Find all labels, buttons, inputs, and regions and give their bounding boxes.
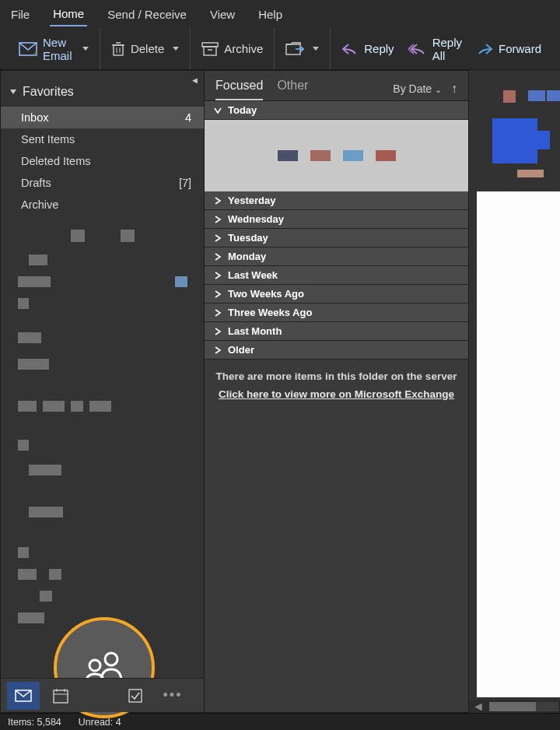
- tab-other[interactable]: Other: [277, 79, 308, 100]
- folder-label: Deleted Items: [21, 155, 90, 167]
- group-last-month[interactable]: Last Month: [205, 322, 468, 341]
- chevron-right-icon: [214, 107, 222, 114]
- group-label: Older: [228, 344, 254, 356]
- sort-direction-button[interactable]: ↑: [451, 82, 457, 96]
- group-today-preview[interactable]: [205, 120, 468, 191]
- svg-rect-8: [204, 47, 216, 55]
- new-email-button[interactable]: + New Email: [14, 31, 93, 67]
- folder-label: Sent Items: [21, 133, 75, 146]
- group-three-weeks-ago[interactable]: Three Weeks Ago: [205, 304, 468, 322]
- nav-switcher: •••: [1, 678, 204, 712]
- reply-icon: [341, 43, 359, 55]
- reply-all-icon: [408, 43, 427, 55]
- group-label: Wednesday: [228, 213, 284, 225]
- folder-sent-items[interactable]: Sent Items: [1, 128, 204, 150]
- menu-help[interactable]: Help: [255, 3, 285, 26]
- svg-rect-7: [202, 43, 218, 47]
- folder-label: Inbox: [21, 111, 48, 124]
- new-email-icon: +: [19, 42, 37, 56]
- menu-view[interactable]: View: [207, 3, 238, 26]
- account-tree: [1, 216, 204, 678]
- ribbon-toolbar: + New Email Delete Archive: [0, 28, 560, 70]
- move-button[interactable]: [281, 37, 324, 61]
- delete-label: Delete: [131, 42, 164, 55]
- svg-rect-19: [129, 690, 142, 702]
- forward-label: Forward: [499, 42, 541, 55]
- more-modules-button[interactable]: •••: [156, 682, 189, 710]
- reading-pane: ◄: [469, 70, 560, 713]
- chevron-right-icon: [214, 197, 222, 205]
- message-preview-swatch: [343, 150, 363, 161]
- group-label: Last Week: [228, 269, 278, 281]
- group-two-weeks-ago[interactable]: Two Weeks Ago: [205, 285, 468, 304]
- chevron-right-icon: [214, 272, 222, 279]
- folder-drafts[interactable]: Drafts[7]: [1, 172, 204, 194]
- folder-archive[interactable]: Archive: [1, 194, 204, 216]
- tab-focused[interactable]: Focused: [215, 79, 263, 100]
- calendar-module-button[interactable]: [44, 682, 77, 710]
- group-label: Monday: [228, 251, 266, 262]
- sort-by-button[interactable]: By Date ⌄: [393, 82, 442, 95]
- group-label: Two Weeks Ago: [228, 288, 304, 300]
- chevron-right-icon: [214, 234, 222, 242]
- collapse-nav-icon[interactable]: ◄: [191, 75, 199, 85]
- chevron-down-icon[interactable]: [313, 47, 319, 51]
- menu-home[interactable]: Home: [50, 2, 87, 26]
- menu-send-receive[interactable]: Send / Receive: [104, 3, 190, 26]
- menubar: File Home Send / Receive View Help: [0, 0, 560, 28]
- group-wednesday[interactable]: Wednesday: [205, 210, 468, 229]
- folder-label: Archive: [21, 198, 58, 211]
- message-preview-swatch: [376, 150, 396, 161]
- new-email-label: New Email: [43, 36, 74, 62]
- chevron-right-icon: [214, 346, 222, 354]
- chevron-right-icon: [214, 309, 222, 317]
- chevron-down-icon[interactable]: [82, 47, 89, 51]
- menu-file[interactable]: File: [8, 3, 33, 26]
- more-items-text: There are more items in this folder on t…: [205, 370, 468, 382]
- archive-icon: [201, 42, 219, 56]
- chevron-right-icon: [214, 216, 222, 223]
- archive-button[interactable]: Archive: [197, 37, 268, 61]
- chevron-down-icon: ⌄: [435, 85, 442, 94]
- group-yesterday[interactable]: Yesterday: [205, 191, 468, 210]
- folder-inbox[interactable]: Inbox4: [1, 107, 204, 128]
- reply-all-label: Reply All: [432, 36, 462, 62]
- svg-rect-2: [114, 45, 123, 55]
- folder-label: Drafts: [21, 177, 51, 189]
- chevron-down-icon[interactable]: [173, 47, 179, 51]
- favorites-header[interactable]: Favorites: [1, 71, 204, 107]
- message-preview-swatch: [278, 150, 298, 161]
- svg-rect-15: [54, 690, 68, 703]
- folder-deleted-items[interactable]: Deleted Items: [1, 150, 204, 172]
- navigation-pane: ◄ Favorites Inbox4Sent ItemsDeleted Item…: [0, 70, 205, 713]
- message-preview-swatch: [310, 150, 331, 161]
- status-bar: Items: 5,584 Unread: 4: [0, 713, 560, 730]
- inbox-tabs: Focused Other: [215, 79, 308, 100]
- scroll-left-icon[interactable]: ◄: [469, 700, 488, 714]
- archive-label: Archive: [224, 42, 263, 55]
- chevron-right-icon: [214, 290, 222, 298]
- folder-count: [7]: [179, 177, 191, 189]
- reply-button[interactable]: Reply: [337, 37, 398, 60]
- group-older[interactable]: Older: [205, 341, 468, 360]
- view-more-link[interactable]: Click here to view more on Microsoft Exc…: [205, 388, 468, 400]
- tasks-module-button[interactable]: [119, 682, 152, 710]
- group-label: Yesterday: [228, 195, 275, 206]
- reading-scrollbar[interactable]: ◄: [469, 700, 560, 713]
- folder-count: 4: [185, 111, 191, 124]
- mail-module-button[interactable]: [7, 682, 40, 710]
- group-today[interactable]: Today: [205, 101, 468, 120]
- group-tuesday[interactable]: Tuesday: [205, 229, 468, 247]
- group-label: Tuesday: [228, 232, 268, 244]
- reply-all-button[interactable]: Reply All: [404, 31, 467, 67]
- forward-button[interactable]: Forward: [471, 37, 546, 60]
- status-unread-count: Unread: 4: [79, 717, 121, 728]
- chevron-right-icon: [214, 253, 222, 261]
- message-list-pane: Focused Other By Date ⌄ ↑ TodayYesterday…: [205, 70, 469, 713]
- chevron-right-icon: [214, 328, 222, 335]
- forward-icon: [476, 43, 493, 55]
- group-last-week[interactable]: Last Week: [205, 266, 468, 285]
- trash-icon: [111, 41, 125, 57]
- group-monday[interactable]: Monday: [205, 247, 468, 266]
- delete-button[interactable]: Delete: [107, 37, 184, 61]
